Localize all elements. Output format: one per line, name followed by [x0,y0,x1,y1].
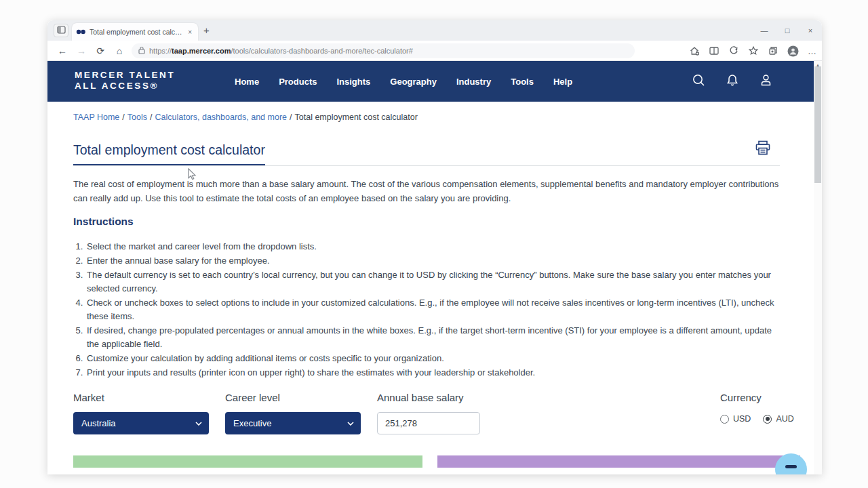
vertical-scrollbar[interactable]: ▲ [814,61,822,474]
career-level-field: Career level Executive [225,392,361,434]
page-title: Total employment cost calculator [73,142,265,165]
print-button[interactable] [754,140,772,159]
instruction-item: If desired, change pre-populated percent… [85,324,784,351]
instruction-item: Enter the annual base salary for the emp… [85,254,784,268]
copilot-icon[interactable] [728,45,739,56]
chevron-down-icon [347,422,354,426]
currency-option-usd[interactable]: USD [720,414,751,424]
instructions-heading: Instructions [73,216,134,228]
breadcrumb-calculators[interactable]: Calculators, dashboards, and more [155,113,287,122]
nav-item-industry[interactable]: Industry [456,77,491,87]
market-select[interactable]: Australia [73,412,209,434]
nav-item-tools[interactable]: Tools [511,77,534,87]
browser-window: Total employment cost calculator × + — □… [47,20,822,474]
account-person-icon[interactable] [759,73,773,90]
browser-toolbar: ← → ⟳ ⌂ https://taap.mercer.com/tools/ca… [47,41,822,61]
scrollbar-thumb[interactable] [814,66,821,183]
nav-item-geography[interactable]: Geography [390,77,437,87]
nav-item-help[interactable]: Help [553,77,572,87]
currency-field: Currency USD AUD [720,392,794,424]
left-result-panel-top [73,455,422,468]
forward-button: → [72,45,91,56]
market-field: Market Australia [73,392,209,434]
refresh-button[interactable]: ⟳ [91,45,110,56]
lock-icon [138,45,145,57]
address-bar[interactable]: https://taap.mercer.com/tools/calculator… [132,43,635,58]
browser-tab[interactable]: Total employment cost calculator × [72,23,198,41]
back-button[interactable]: ← [53,45,72,56]
annual-base-salary-field: Annual base salary [377,392,480,434]
site-header: MERCER TALENTALL ACCESS® Home Products I… [47,61,814,102]
page-content: MERCER TALENTALL ACCESS® Home Products I… [47,61,814,474]
url-text: https://taap.mercer.com/tools/calculator… [149,47,413,55]
tab-favicon [76,26,86,38]
breadcrumb-taap-home[interactable]: TAAP Home [73,113,119,122]
collections-icon[interactable] [768,45,778,56]
title-bar: Total employment cost calculator [73,142,780,166]
split-screen-icon[interactable] [709,45,719,56]
browser-tab-strip: Total employment cost calculator × + — □… [47,20,822,41]
instruction-item: The default currency is set to each coun… [85,268,784,296]
instructions-list: Select the market and career level from … [75,240,784,380]
currency-option-aud[interactable]: AUD [763,414,793,424]
tab-actions-icon [57,24,66,37]
right-result-panel-top [437,455,800,468]
chat-widget-face-icon [785,465,797,468]
chevron-down-icon [195,422,202,426]
currency-label: Currency [720,392,794,403]
new-tab-button[interactable]: + [203,25,210,36]
browser-essentials-icon[interactable] [689,45,700,56]
career-level-select[interactable]: Executive [225,412,361,434]
mercer-taap-logo[interactable]: MERCER TALENTALL ACCESS® [75,70,175,92]
mouse-cursor [188,168,197,184]
nav-item-products[interactable]: Products [279,77,317,87]
instruction-item: Select the market and career level from … [85,240,784,253]
career-level-label: Career level [225,392,361,403]
favorites-icon[interactable] [748,45,759,56]
window-close-button[interactable]: × [799,20,822,41]
tab-title: Total employment cost calculator [90,28,186,36]
instruction-item: Print your inputs and results (printer i… [85,366,784,380]
instruction-item: Customize your calculation by adding add… [85,352,784,365]
nav-item-home[interactable]: Home [235,77,259,87]
annual-base-salary-input[interactable] [377,412,480,434]
more-menu-button[interactable]: … [808,46,816,56]
radio-aud[interactable] [763,415,772,424]
search-icon[interactable] [692,73,706,90]
market-label: Market [73,392,209,403]
instruction-item: Check or uncheck boxes to select options… [85,296,784,323]
breadcrumb: TAAP Home/Tools/Calculators, dashboards,… [73,113,418,122]
radio-usd[interactable] [720,415,729,424]
profile-avatar[interactable] [787,45,799,57]
breadcrumb-tools[interactable]: Tools [127,113,147,122]
window-maximize-button[interactable]: □ [776,20,799,41]
tab-actions-button[interactable] [54,24,68,37]
main-navigation: Home Products Insights Geography Industr… [235,61,572,102]
breadcrumb-current: Total employment cost calculator [295,113,418,122]
intro-paragraph: The real cost of employment is much more… [73,177,781,205]
notifications-bell-icon[interactable] [726,73,739,90]
annual-base-salary-label: Annual base salary [377,392,480,403]
window-minimize-button[interactable]: — [753,20,776,41]
nav-item-insights[interactable]: Insights [336,77,370,87]
home-button[interactable]: ⌂ [110,45,129,56]
tab-close-icon[interactable]: × [186,28,194,36]
